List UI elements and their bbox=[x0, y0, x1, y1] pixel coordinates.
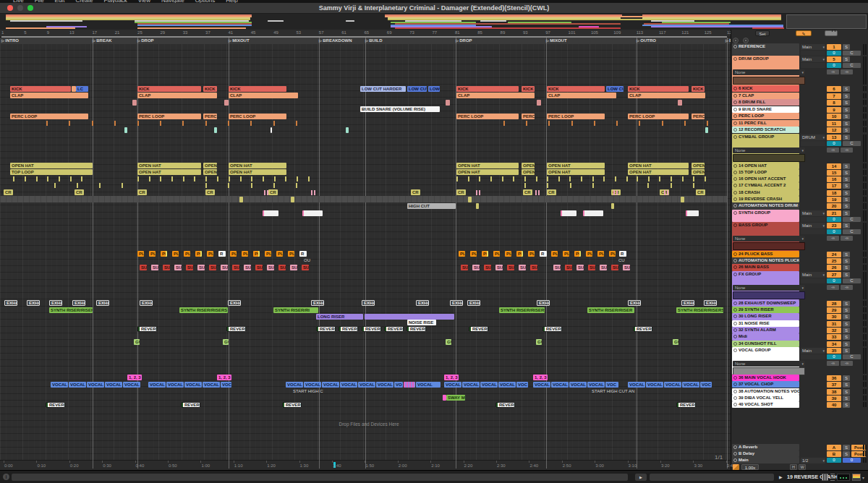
clip-tick-open-hat-accent[interactable] bbox=[285, 176, 286, 181]
clip-tick-perc-fill[interactable] bbox=[182, 121, 184, 126]
track-activator-button[interactable]: 33 bbox=[827, 334, 841, 340]
routing-sub-field[interactable] bbox=[801, 51, 825, 56]
track-header-39-diba-vocal-yell[interactable]: 39 DIBA VOCAL YELL39S bbox=[732, 395, 867, 401]
clip-exhaust-downsweep[interactable]: EXHA bbox=[72, 300, 85, 306]
clip-tick-perc-fill[interactable] bbox=[526, 121, 527, 126]
clip-drum-fill[interactable] bbox=[132, 100, 137, 106]
routing-sub-field[interactable] bbox=[801, 217, 825, 222]
clip-tick-crash[interactable] bbox=[264, 190, 265, 195]
solo-button[interactable]: S bbox=[843, 451, 850, 457]
clip-main-bass[interactable]: SU bbox=[290, 265, 297, 270]
clip-vocal-chop[interactable]: VOC bbox=[605, 382, 618, 388]
clip-vocal-chop[interactable]: VOCAL bbox=[664, 382, 681, 388]
send-a-field[interactable]: -∞ bbox=[827, 285, 839, 290]
clip-tick-open-hat-accent[interactable] bbox=[274, 176, 276, 181]
routing-sub-field[interactable] bbox=[801, 354, 825, 359]
pan-field[interactable]: C bbox=[843, 278, 861, 283]
clip-vocal-chop[interactable]: VOCAL bbox=[533, 382, 550, 388]
track-name[interactable]: 37 VOCAL CHOP bbox=[732, 381, 799, 388]
clip-exhaust-downsweep[interactable]: EXHA bbox=[96, 300, 109, 306]
track-header-7-clap[interactable]: 7 CLAP7S bbox=[732, 93, 867, 99]
volume-field[interactable]: 0 bbox=[827, 278, 841, 283]
arrangement-overview[interactable] bbox=[0, 14, 868, 30]
track-name[interactable]: 9 BUILD SNARE bbox=[732, 106, 799, 113]
clip-main-bass[interactable]: SU bbox=[495, 265, 503, 270]
clip-tick-open-hat-accent[interactable] bbox=[502, 176, 503, 181]
solo-button[interactable]: S bbox=[843, 183, 850, 189]
clip-tick-crash[interactable] bbox=[476, 190, 477, 195]
clip-perc-loop[interactable]: PERC L bbox=[203, 114, 217, 119]
clip-tick-cymbal-accent-2[interactable] bbox=[228, 183, 229, 188]
clip-tick-crash[interactable] bbox=[616, 190, 618, 195]
clip-crash[interactable]: CR bbox=[137, 189, 147, 195]
clip-exhaust-downsweep[interactable]: EXHA bbox=[681, 300, 694, 306]
clip-vocal-chop[interactable]: VOCAL bbox=[322, 382, 339, 388]
clip-pluck-bass[interactable]: PL bbox=[459, 251, 465, 257]
volume-field[interactable]: 0 bbox=[827, 354, 841, 359]
clip-gunshot-fill[interactable]: GU bbox=[673, 339, 678, 345]
track-name[interactable]: 34 GUNSHOT FILL bbox=[732, 341, 799, 347]
playback-speed-badge[interactable]: 1.00x bbox=[741, 464, 759, 470]
clip-open-hat[interactable]: OPEN HAT bbox=[547, 163, 605, 168]
clip-reverse-crash[interactable] bbox=[681, 197, 684, 202]
solo-button[interactable]: S bbox=[843, 252, 850, 257]
output-routing-select[interactable]: Main bbox=[801, 56, 825, 62]
clip-diba-vocal-yell[interactable]: SWAY MIX bbox=[446, 395, 465, 401]
clip-vocal-chop[interactable]: VOCAL bbox=[480, 382, 498, 388]
track-name[interactable]: 19 REVERSE CRASH bbox=[732, 196, 799, 202]
clip-perc-loop[interactable]: PERC bbox=[692, 114, 705, 119]
track-activator-button[interactable]: 15 bbox=[827, 170, 841, 176]
locator-breakdown[interactable]: BREAKDOWN bbox=[319, 38, 352, 43]
track-name[interactable]: 17 CYMBAL ACCENT 2 bbox=[732, 182, 799, 189]
set-locator-button[interactable]: Set bbox=[755, 30, 770, 36]
clip-main-bass[interactable]: SU bbox=[255, 265, 263, 270]
clip-pluck-bass[interactable]: PL bbox=[207, 251, 213, 257]
track-activator-button[interactable]: A bbox=[827, 445, 841, 450]
clip-tick-perc-fill[interactable] bbox=[639, 121, 640, 126]
track-header-32-synth-alarm[interactable]: 32 SYNTH ALARM32S bbox=[732, 327, 867, 333]
clip-exhaust-downsweep[interactable]: EXHA bbox=[140, 300, 153, 306]
clip-reverse-crash[interactable] bbox=[291, 197, 294, 202]
clip-tick-open-hat-accent[interactable] bbox=[659, 176, 660, 181]
solo-button[interactable]: S bbox=[843, 382, 850, 388]
track-header-12-record-scratch[interactable]: 12 RECORD SCRATCH12S bbox=[732, 127, 867, 133]
clip-exhaust-downsweep[interactable]: EXHA bbox=[49, 300, 62, 306]
track-activator-button[interactable]: 19 bbox=[827, 197, 841, 202]
clip-long-riser[interactable]: LONG RISER bbox=[316, 314, 363, 320]
track-activator-button[interactable]: 35 bbox=[827, 348, 841, 354]
send-b-field[interactable]: -∞ bbox=[841, 361, 853, 366]
clip-tick-crash[interactable] bbox=[535, 190, 537, 195]
device-chooser-select[interactable]: None bbox=[733, 236, 805, 241]
output-routing-select[interactable]: Main bbox=[801, 223, 825, 228]
clip-tick-open-hat-accent[interactable] bbox=[25, 176, 26, 181]
locator-mixout[interactable]: MIXOUT bbox=[546, 38, 567, 43]
clip-synth-group-lane[interactable] bbox=[263, 210, 278, 216]
track-header-6-kick[interactable]: 6 KICK6S bbox=[732, 85, 867, 92]
pan-field[interactable]: C bbox=[843, 229, 861, 234]
solo-button[interactable]: S bbox=[843, 334, 850, 340]
main-pan-field[interactable]: 0 bbox=[843, 458, 861, 463]
track-activator-button[interactable]: 32 bbox=[827, 328, 841, 333]
clip-kick[interactable]: LC bbox=[76, 86, 88, 92]
clip-tick-open-hat-accent[interactable] bbox=[536, 176, 537, 181]
clip-pluck-bass[interactable]: PL bbox=[149, 251, 156, 257]
track-header-24-pluck-bass[interactable]: 24 PLUCK BASS24S bbox=[732, 251, 867, 257]
clip-exhaust-downsweep[interactable]: EXHA bbox=[467, 300, 480, 306]
clip-pluck-bass[interactable]: PL bbox=[505, 251, 511, 257]
clip-reverb-fx[interactable]: REVERB bbox=[633, 326, 652, 332]
clip-crash[interactable]: CR bbox=[268, 189, 278, 195]
clip-vocal-chop[interactable]: VOC bbox=[700, 382, 712, 388]
clip-tick-open-hat-accent[interactable] bbox=[569, 176, 571, 181]
solo-button[interactable]: S bbox=[843, 121, 850, 127]
clip-pluck-bass[interactable]: PL bbox=[137, 251, 144, 257]
clip-tick-perc-fill[interactable] bbox=[594, 121, 595, 126]
clip-main-bass[interactable]: SU bbox=[461, 265, 468, 270]
zoom-height-button[interactable]: H bbox=[790, 464, 797, 470]
track-name[interactable]: REFERENCE bbox=[732, 43, 799, 56]
solo-button[interactable]: S bbox=[843, 190, 850, 196]
clip-exhaust-downsweep[interactable]: EXHA bbox=[628, 300, 641, 306]
track-activator-button[interactable]: 24 bbox=[827, 252, 841, 257]
clip-tick-perc-fill[interactable] bbox=[503, 121, 505, 126]
clip-main-bass[interactable]: SU bbox=[588, 265, 595, 270]
track-name[interactable]: 16 OPEN HAT ACCENT bbox=[732, 176, 799, 182]
